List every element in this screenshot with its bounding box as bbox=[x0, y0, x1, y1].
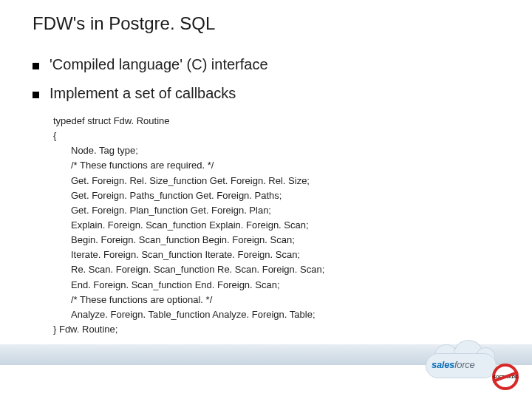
code-line: End. Foreign. Scan_function End. Foreign… bbox=[71, 278, 532, 293]
slide-title: FDW's in Postgre. SQL bbox=[33, 13, 532, 34]
code-line: Get. Foreign. Rel. Size_function Get. Fo… bbox=[71, 174, 532, 188]
bullet-marker-icon bbox=[33, 63, 39, 69]
code-line: Begin. Foreign. Scan_function Begin. For… bbox=[71, 233, 532, 248]
code-line: Get. Foreign. Paths_function Get. Foreig… bbox=[71, 188, 532, 203]
logo-sales: sales bbox=[432, 359, 454, 370]
logo-text: salesforce bbox=[432, 359, 474, 370]
code-line: /* These functions are required. */ bbox=[71, 158, 532, 173]
code-line: /* These functions are optional. */ bbox=[71, 293, 532, 307]
code-line: Explain. Foreign. Scan_function Explain.… bbox=[71, 218, 532, 233]
bullet-marker-icon bbox=[33, 92, 39, 98]
bullet-item: Implement a set of callbacks bbox=[33, 85, 532, 102]
code-line: typedef struct Fdw. Routine bbox=[53, 114, 532, 129]
code-line: Re. Scan. Foreign. Scan_function Re. Sca… bbox=[71, 262, 532, 277]
code-block: typedef struct Fdw. Routine { Node. Tag … bbox=[53, 114, 532, 337]
cloud-icon: salesforce SOFTWARE bbox=[426, 343, 514, 387]
code-line: } Fdw. Routine; bbox=[53, 322, 532, 337]
code-line: Node. Tag type; bbox=[71, 143, 532, 158]
bullet-text: 'Compiled language' (C) interface bbox=[50, 56, 268, 73]
code-line: Get. Foreign. Plan_function Get. Foreign… bbox=[71, 203, 532, 218]
code-line: Iterate. Foreign. Scan_function Iterate.… bbox=[71, 248, 532, 262]
bullet-text: Implement a set of callbacks bbox=[50, 85, 236, 102]
no-software-badge-icon: SOFTWARE bbox=[492, 364, 519, 390]
code-line: Analyze. Foreign. Table_function Analyze… bbox=[71, 307, 532, 322]
bullet-item: 'Compiled language' (C) interface bbox=[33, 56, 532, 73]
salesforce-logo: salesforce SOFTWARE bbox=[426, 343, 514, 387]
code-line: { bbox=[53, 129, 532, 143]
no-software-label: SOFTWARE bbox=[495, 366, 516, 387]
logo-force: force bbox=[454, 359, 474, 370]
